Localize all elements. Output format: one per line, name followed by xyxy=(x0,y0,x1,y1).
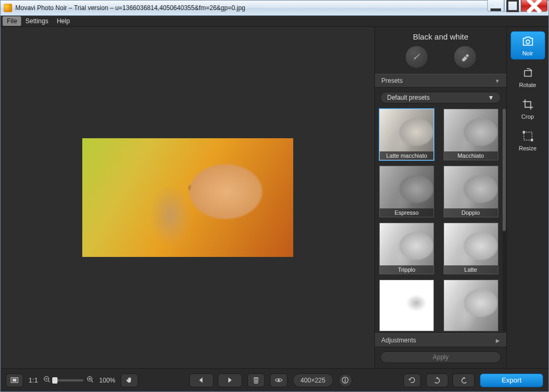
presets-header[interactable]: Presets ▼ xyxy=(375,74,506,88)
crop-icon xyxy=(521,98,535,111)
delete-button[interactable] xyxy=(247,374,265,387)
prev-button[interactable] xyxy=(189,374,214,387)
info-icon xyxy=(341,376,349,384)
compare-button[interactable] xyxy=(270,374,287,387)
svg-rect-14 xyxy=(345,380,346,383)
zoom-out-icon xyxy=(43,376,51,383)
preset-thumb[interactable] xyxy=(444,280,498,331)
preset-thumb-label: Tripplo xyxy=(380,265,434,274)
preset-thumb-label: Espresso xyxy=(380,208,434,217)
next-button[interactable] xyxy=(218,374,242,387)
tool-noir[interactable]: Noir xyxy=(511,31,545,60)
preset-thumb[interactable]: Latte xyxy=(444,223,498,274)
info-button[interactable] xyxy=(339,374,352,387)
tool-strip: Noir Rotate Crop Resize xyxy=(506,26,548,368)
preset-thumb[interactable]: Espresso xyxy=(379,166,434,217)
preset-thumb[interactable] xyxy=(379,280,434,331)
tool-rotate[interactable]: Rotate xyxy=(511,63,545,91)
zoom-slider xyxy=(43,376,94,385)
ratio-label: 1:1 xyxy=(28,376,38,384)
menu-bar: File Settings Help xyxy=(1,16,548,26)
adjustments-header-label: Adjustments xyxy=(381,337,416,344)
panel-title: Black and white xyxy=(375,27,506,45)
maximize-icon xyxy=(505,0,521,14)
undo-button[interactable] xyxy=(426,374,448,387)
maximize-button[interactable] xyxy=(504,0,521,12)
menu-help[interactable]: Help xyxy=(53,16,74,26)
zoom-track[interactable] xyxy=(54,379,83,381)
svg-rect-4 xyxy=(524,132,532,140)
dimensions-label: 400×225 xyxy=(301,377,325,384)
adjustments-header[interactable]: Adjustments ▶ xyxy=(375,333,506,347)
preset-thumb-image xyxy=(380,280,434,331)
canvas-area[interactable] xyxy=(1,26,374,368)
apply-button-label: Apply xyxy=(432,353,448,361)
tool-crop-label: Crop xyxy=(522,113,534,120)
tool-crop[interactable]: Crop xyxy=(511,94,545,123)
eye-icon xyxy=(275,376,283,384)
chevron-right-icon: ▶ xyxy=(496,338,500,343)
window-titlebar: Movavi Photo Noir – Trial version – u=13… xyxy=(0,0,549,16)
preset-thumb-image xyxy=(444,280,498,331)
svg-rect-6 xyxy=(531,139,533,141)
preset-thumb-label: Latte xyxy=(444,265,498,274)
history-group xyxy=(426,374,475,387)
minimize-button[interactable] xyxy=(487,0,504,12)
hand-tool-button[interactable] xyxy=(121,374,138,387)
zoom-in-button[interactable] xyxy=(86,376,94,385)
main-area: Black and white Presets ▼ Default preset… xyxy=(1,26,548,368)
preset-thumb-label: Latte macchiato xyxy=(380,151,434,160)
export-button[interactable]: Export xyxy=(480,374,543,387)
preset-thumb[interactable]: Latte macchiato xyxy=(379,109,434,160)
fit-screen-icon xyxy=(11,376,18,384)
rotate-icon xyxy=(521,66,535,80)
svg-rect-8 xyxy=(13,379,17,382)
zoom-knob[interactable] xyxy=(52,377,57,384)
reset-button[interactable] xyxy=(403,374,421,387)
preset-scrollbar[interactable] xyxy=(503,109,506,331)
app-icon xyxy=(4,4,12,12)
preset-group-value: Default presets xyxy=(387,94,430,101)
paint-brush-button[interactable] xyxy=(405,45,428,69)
minimize-icon xyxy=(488,0,504,14)
resize-icon xyxy=(521,129,535,143)
window-title: Movavi Photo Noir – Trial version – u=13… xyxy=(15,4,487,12)
menu-file[interactable]: File xyxy=(3,16,21,26)
svg-rect-0 xyxy=(490,8,501,11)
chevron-down-icon: ▼ xyxy=(495,78,500,84)
preset-thumb[interactable]: Macchiato xyxy=(444,109,498,160)
svg-point-2 xyxy=(526,40,529,44)
bottom-bar: 1:1 100% xyxy=(1,368,548,391)
camera-icon xyxy=(521,34,535,48)
redo-button[interactable] xyxy=(452,374,475,387)
scrollbar-thumb[interactable] xyxy=(503,109,506,231)
erase-brush-button[interactable] xyxy=(454,45,477,69)
nav-group xyxy=(189,374,242,387)
preset-thumb[interactable]: Doppio xyxy=(444,166,498,217)
brush-row xyxy=(375,45,506,74)
tool-resize-label: Resize xyxy=(519,145,537,151)
preset-thumb[interactable]: Tripplo xyxy=(379,223,434,274)
zoom-out-button[interactable] xyxy=(43,376,51,385)
canvas-image xyxy=(82,138,293,257)
app-frame: File Settings Help Black and white Prese… xyxy=(0,16,549,392)
preset-grid: Latte macchiatoMacchiatoEspressoDoppioTr… xyxy=(379,109,502,331)
zoom-percent: 100% xyxy=(99,377,115,384)
svg-rect-3 xyxy=(524,71,531,77)
preset-group-dropdown[interactable]: Default presets ▼ xyxy=(380,92,501,103)
presets-header-label: Presets xyxy=(381,77,403,84)
tool-noir-label: Noir xyxy=(522,50,533,56)
trash-icon xyxy=(252,376,260,384)
window-controls xyxy=(487,0,547,12)
dimensions-pill: 400×225 xyxy=(293,374,333,387)
preset-thumb-label: Doppio xyxy=(444,208,498,217)
svg-point-13 xyxy=(345,378,346,379)
fit-screen-button[interactable] xyxy=(6,374,23,387)
tool-resize[interactable]: Resize xyxy=(511,126,545,155)
erase-brush-icon xyxy=(460,52,470,62)
close-button[interactable] xyxy=(521,0,547,12)
menu-settings[interactable]: Settings xyxy=(21,16,52,26)
paint-brush-icon xyxy=(411,52,422,62)
preset-scroll: Latte macchiatoMacchiatoEspressoDoppioTr… xyxy=(375,107,506,333)
apply-button[interactable]: Apply xyxy=(380,351,501,363)
